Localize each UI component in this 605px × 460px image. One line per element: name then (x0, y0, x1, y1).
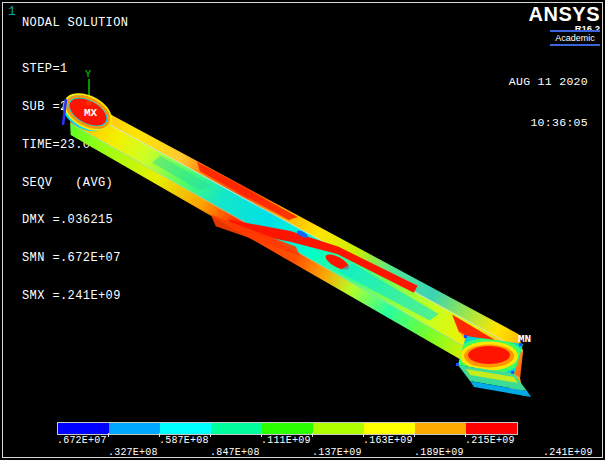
legend-colorbar (57, 422, 518, 435)
max-marker-label: MX (84, 107, 98, 119)
legend-value: .241E+09 (543, 447, 593, 458)
triad-y-label: Y (85, 69, 91, 80)
max-locator (86, 101, 91, 105)
legend-value: .672E+07 (57, 435, 107, 446)
legend-segment-3 (160, 423, 211, 434)
legend-tick (210, 433, 211, 437)
min-marker-label: MN (518, 333, 531, 345)
legend-segment-9 (466, 423, 517, 434)
legend-segment-8 (415, 423, 466, 434)
beam-top-flange (68, 95, 529, 351)
legend-segment-6 (313, 423, 364, 434)
legend-value: .163E+09 (363, 435, 413, 446)
legend-value: .215E+09 (465, 435, 515, 446)
legend-segment-2 (109, 423, 160, 434)
legend-segment-7 (364, 423, 415, 434)
legend-segment-5 (262, 423, 313, 434)
end-right-corner4 (511, 371, 514, 374)
legend-value: .137E+09 (312, 447, 362, 458)
legend-tick (108, 433, 109, 437)
model-viewport[interactable]: Y (0, 0, 605, 460)
legend-segment-4 (211, 423, 262, 434)
legend-value: .111E+09 (261, 435, 311, 446)
legend-tick (312, 433, 313, 437)
legend-value: .189E+09 (414, 447, 464, 458)
end-right-corner1 (464, 335, 467, 338)
legend-tick (414, 433, 415, 437)
end-right-core-red (468, 346, 510, 364)
ansys-graphics-window: 1 NODAL SOLUTION STEP=1 SUB =26 TIME=23.… (0, 0, 605, 460)
legend-value: .847E+08 (210, 447, 260, 458)
legend-value: .587E+08 (159, 435, 209, 446)
legend-value: .327E+08 (108, 447, 158, 458)
legend-segment-1 (58, 423, 109, 434)
